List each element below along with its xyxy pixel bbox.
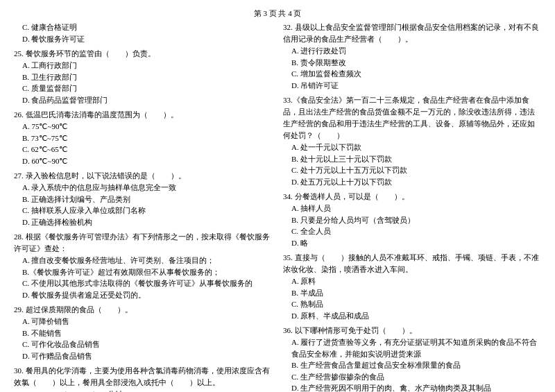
q28-opt-c: C. 不使用以其他形式非法取得的《餐饮服务许可证》从事餐饮服务的 (14, 278, 272, 289)
q26-text: 26. 低温巴氏消毒法消毒的温度范围为（ ）。 (14, 109, 272, 121)
q34-opt-d: D. 略 (283, 237, 541, 249)
q32-opt-d: D. 吊销许可证 (283, 80, 541, 92)
q33-text: 33.《食品安全法》第一百二十三条规定，食品生产经营者在食品中添加食品，且出法生… (283, 94, 541, 142)
q30-text: 30. 餐用具的化学消毒，主要为使用各种含氯消毒药物消毒，使用浓度应含有效氯（ … (14, 365, 272, 389)
q32-text: 32. 县级以上食品安全监督管理部门根据食品安全信用档案的记录，对有不良信用记录… (283, 22, 541, 45)
q33-opt-a: A. 处一千元以下罚款 (283, 142, 541, 153)
q35-text: 35. 直接与（ ）接触的人员不准戴耳环、戒指、手镯、项链、手表，不准浓妆化妆、… (283, 252, 541, 275)
q36-opt-c: C. 生产经营掺假掺杂的食品 (283, 371, 541, 383)
question-34: 34. 分餐选样人员，可以是（ ）。 A. 抽样人员 B. 只要是分给人员均可（… (283, 191, 541, 248)
page: 第 3 页 共 4 页 C. 健康合格证明 D. 餐饮服务许可证 25. 餐饮服… (0, 0, 555, 392)
question-32: 32. 县级以上食品安全监督管理部门根据食品安全信用档案的记录，对有不良信用记录… (283, 22, 541, 91)
q26-opt-d: D. 60℃~90℃ (14, 155, 272, 167)
q27-text: 27. 录入验检信息时，以下说法错误的是（ ）。 (14, 170, 272, 182)
question-25: 25. 餐饮服务环节的监管由（ ）负责。 A. 工商行政部门 B. 卫生行政部门… (14, 48, 272, 105)
q29-opt-d: D. 可作赠品食品销售 (14, 350, 272, 362)
q27-opt-c: C. 抽样联系人应录入单位或部门名称 (14, 205, 272, 216)
q25-text: 25. 餐饮服务环节的监管由（ ）负责。 (14, 48, 272, 60)
q34-text: 34. 分餐选样人员，可以是（ ）。 (283, 191, 541, 203)
q34-opt-a: A. 抽样人员 (283, 203, 541, 214)
q36-opt-b: B. 生产经营食品含量超过食品安全标准限量的食品 (283, 359, 541, 371)
q35-opt-d: D. 原料、半成品和成品 (283, 310, 541, 322)
q33-opt-b: B. 处十元以上三十元以下罚款 (283, 153, 541, 165)
left-column: C. 健康合格证明 D. 餐饮服务许可证 25. 餐饮服务环节的监管由（ ）负责… (14, 22, 272, 392)
content-columns: C. 健康合格证明 D. 餐饮服务许可证 25. 餐饮服务环节的监管由（ ）负责… (14, 22, 541, 392)
q27-opt-a: A. 录入系统中的信息应与抽样单信息完全一致 (14, 182, 272, 194)
q34-opt-c: C. 全企人员 (283, 225, 541, 237)
q28-opt-a: A. 擅自改变餐饮服务经营地址、许可类别、备注项目的； (14, 255, 272, 266)
page-footer: 第 3 页 共 4 页 (14, 8, 541, 19)
q36-text: 36. 以下哪种情形可免于处罚（ ）。 (283, 325, 541, 336)
q25-opt-b: B. 卫生行政部门 (14, 71, 272, 83)
option-d-prev: D. 餐饮服务许可证 (14, 33, 272, 45)
q33-opt-d: D. 处五万元以上十万以下罚款 (283, 176, 541, 188)
question-29: 29. 超过保质期限的食品（ ）。 A. 可降价销售 B. 不能销售 C. 可作… (14, 304, 272, 361)
question-36: 36. 以下哪种情形可免于处罚（ ）。 A. 履行了进货查验等义务，有充分证据证… (283, 325, 541, 392)
q36-opt-d: D. 生产经营死因不明用于的肉、禽、水产动物肉类及其制品 (283, 382, 541, 392)
q26-opt-b: B. 73℃~75℃ (14, 133, 272, 144)
q25-opt-d: D. 食品药品监督管理部门 (14, 94, 272, 106)
q35-opt-a: A. 原料 (283, 275, 541, 287)
q36-opt-a: A. 履行了进货查验等义务，有充分证据证明其不知道所采购的食品不符合食品安全标准… (283, 336, 541, 359)
question-30: 30. 餐用具的化学消毒，主要为使用各种含氯消毒药物消毒，使用浓度应含有效氯（ … (14, 365, 272, 392)
question-26: 26. 低温巴氏消毒法消毒的温度范围为（ ）。 A. 75℃~90℃ B. 73… (14, 109, 272, 167)
q29-opt-c: C. 可作化妆品食品销售 (14, 339, 272, 350)
q29-opt-a: A. 可降价销售 (14, 316, 272, 327)
q32-opt-a: A. 进行行政处罚 (283, 45, 541, 57)
q29-opt-b: B. 不能销售 (14, 327, 272, 339)
q28-opt-b: B.《餐饮服务许可证》超过有效期限但不从事餐饮服务的； (14, 266, 272, 278)
q26-opt-a: A. 75℃~90℃ (14, 121, 272, 133)
prev-question-options: C. 健康合格证明 D. 餐饮服务许可证 (14, 22, 272, 44)
question-33: 33.《食品安全法》第一百二十三条规定，食品生产经营者在食品中添加食品，且出法生… (283, 94, 541, 187)
q28-opt-d: D. 餐饮服务提供者逾足还受处罚的。 (14, 289, 272, 301)
q26-opt-c: C. 62℃~65℃ (14, 144, 272, 155)
q27-opt-b: B. 正确选择计划编号、产品类别 (14, 194, 272, 205)
question-35: 35. 直接与（ ）接触的人员不准戴耳环、戒指、手镯、项链、手表，不准浓妆化妆、… (283, 252, 541, 321)
footer-text: 第 3 页 共 4 页 (254, 9, 302, 17)
q25-opt-a: A. 工商行政部门 (14, 60, 272, 71)
q32-opt-b: B. 责令限期整改 (283, 57, 541, 69)
q35-opt-c: C. 熟制品 (283, 298, 541, 310)
q30-opt-a: A. 200mg/L（250ppm）10分钟 (14, 389, 272, 392)
q29-text: 29. 超过保质期限的食品（ ）。 (14, 304, 272, 316)
q27-opt-d: D. 正确选择检验机构 (14, 216, 272, 228)
q35-opt-b: B. 半成品 (283, 287, 541, 299)
q34-opt-b: B. 只要是分给人员均可（含驾驶员） (283, 214, 541, 226)
q25-opt-c: C. 质量监督部门 (14, 83, 272, 94)
option-c-prev: C. 健康合格证明 (14, 22, 272, 33)
q32-opt-c: C. 增加监督检查频次 (283, 68, 541, 80)
q28-text: 28. 根据《餐饮服务许可管理办法》有下列情形之一的，按未取得《餐饮服务许可证》… (14, 231, 272, 255)
right-column: 32. 县级以上食品安全监督管理部门根据食品安全信用档案的记录，对有不良信用记录… (283, 22, 541, 392)
q33-opt-c: C. 处十万元以上十五万元以下罚款 (283, 164, 541, 176)
question-28: 28. 根据《餐饮服务许可管理办法》有下列情形之一的，按未取得《餐饮服务许可证》… (14, 231, 272, 300)
question-27: 27. 录入验检信息时，以下说法错误的是（ ）。 A. 录入系统中的信息应与抽样… (14, 170, 272, 228)
